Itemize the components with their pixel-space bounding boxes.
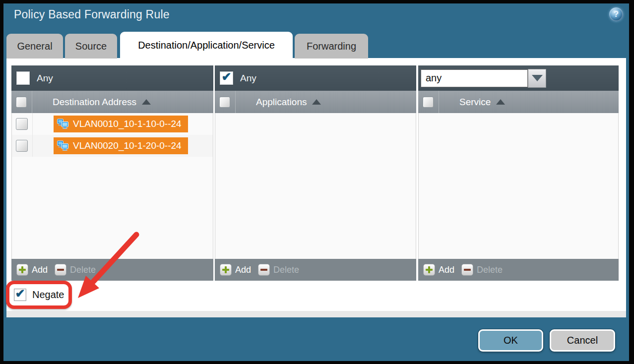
destination-address-column: Any Destination Address xyxy=(11,65,213,281)
divider xyxy=(439,91,439,113)
network-icon xyxy=(56,119,69,129)
applications-sort-header[interactable]: Applications xyxy=(256,97,321,108)
row-checkbox[interactable] xyxy=(16,140,28,152)
destination-footer-toolbar: Add Delete xyxy=(11,259,213,281)
tab-label: Forwarding xyxy=(307,41,356,52)
applications-any-checkbox[interactable]: ✔ xyxy=(220,71,233,85)
add-icon[interactable] xyxy=(220,264,232,276)
destination-any-header: Any xyxy=(11,65,213,91)
applications-list xyxy=(215,113,416,259)
divider xyxy=(235,91,236,113)
service-sort-header[interactable]: Service xyxy=(459,97,505,108)
tab-general[interactable]: General xyxy=(6,34,63,59)
delete-button[interactable]: Delete xyxy=(70,265,96,275)
divider xyxy=(32,135,33,157)
any-label: Any xyxy=(37,73,53,84)
service-footer-toolbar: Add Delete xyxy=(418,259,619,281)
tab-source[interactable]: Source xyxy=(65,34,117,59)
address-object-chip[interactable]: VLAN0010_10-1-10-0--24 xyxy=(54,116,188,132)
annotation-highlight-box: ✔ Negate xyxy=(6,281,72,309)
tab-label: General xyxy=(17,41,52,52)
add-icon[interactable] xyxy=(16,264,28,276)
negate-label: Negate xyxy=(32,289,64,301)
checkmark-icon: ✔ xyxy=(221,71,231,83)
applications-any-header: ✔ Any xyxy=(215,65,416,91)
divider xyxy=(32,91,32,113)
add-button[interactable]: Add xyxy=(32,265,48,275)
help-glyph: ? xyxy=(614,9,619,19)
address-object-name: VLAN0020_10-1-20-0--24 xyxy=(73,140,182,151)
sort-ascending-icon xyxy=(496,99,505,105)
chevron-down-icon xyxy=(532,75,543,81)
destination-column-subheader: Destination Address xyxy=(11,91,213,113)
delete-icon[interactable] xyxy=(461,264,473,276)
delete-button[interactable]: Delete xyxy=(477,265,503,275)
table-row[interactable]: VLAN0010_10-1-10-0--24 xyxy=(12,113,213,135)
service-dropdown-header: any xyxy=(418,65,619,91)
applications-column: ✔ Any Applications Add Delete xyxy=(215,65,416,281)
sort-ascending-icon xyxy=(142,99,151,105)
cancel-button[interactable]: Cancel xyxy=(550,329,615,352)
applications-select-all-checkbox[interactable] xyxy=(219,97,230,108)
delete-icon[interactable] xyxy=(258,264,270,276)
help-icon[interactable]: ? xyxy=(609,7,623,21)
row-checkbox[interactable] xyxy=(16,118,28,130)
applications-footer-toolbar: Add Delete xyxy=(215,259,416,281)
delete-icon[interactable] xyxy=(55,264,66,276)
sort-ascending-icon xyxy=(312,99,321,105)
service-dropdown-value[interactable]: any xyxy=(421,69,528,87)
service-list xyxy=(418,113,619,259)
any-label: Any xyxy=(240,73,256,84)
address-object-chip[interactable]: VLAN0020_10-1-20-0--24 xyxy=(54,137,188,154)
tab-label: Destination/Application/Service xyxy=(138,40,275,51)
tab-destination-application-service[interactable]: Destination/Application/Service xyxy=(120,32,293,59)
table-row[interactable]: VLAN0020_10-1-20-0--24 xyxy=(12,135,213,157)
network-icon xyxy=(56,140,69,151)
service-column-subheader: Service xyxy=(418,91,619,113)
applications-column-subheader: Applications xyxy=(215,91,416,113)
add-button[interactable]: Add xyxy=(439,265,454,275)
destination-any-checkbox[interactable] xyxy=(16,71,30,85)
panel-bottom-strip xyxy=(6,311,626,317)
address-object-name: VLAN0010_10-1-10-0--24 xyxy=(73,119,182,129)
add-icon[interactable] xyxy=(423,264,435,276)
destination-address-sort-header[interactable]: Destination Address xyxy=(53,97,151,108)
dialog-title: Policy Based Forwarding Rule xyxy=(14,8,170,21)
tab-label: Source xyxy=(75,41,107,52)
service-column: any Service Add Delete xyxy=(418,65,619,281)
tab-forwarding[interactable]: Forwarding xyxy=(295,34,368,59)
checkmark-icon: ✔ xyxy=(15,288,25,300)
delete-button[interactable]: Delete xyxy=(273,265,299,275)
destination-select-all-checkbox[interactable] xyxy=(16,97,27,108)
ok-button[interactable]: OK xyxy=(478,329,543,352)
add-button[interactable]: Add xyxy=(235,265,251,275)
service-dropdown-button[interactable] xyxy=(528,69,546,88)
service-select-all-checkbox[interactable] xyxy=(423,97,434,108)
negate-checkbox[interactable]: ✔ xyxy=(14,289,26,301)
divider xyxy=(32,113,33,135)
destination-address-list: VLAN0010_10-1-10-0--24 VLAN0020_10-1-20-… xyxy=(11,113,213,259)
